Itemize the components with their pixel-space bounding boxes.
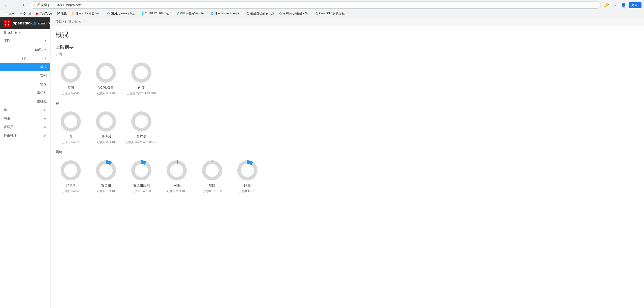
bookmark-vim[interactable]: V VIM下使用Vundle...: [175, 11, 208, 16]
network-charts-grid: 浮动IP 已分配 0 of 50 安全组 已使用 1 of 10 安全组规则 已…: [50, 157, 644, 196]
key-icon[interactable]: 🔑: [603, 2, 610, 9]
donut-chart-security_rules: [130, 159, 153, 182]
header-user[interactable]: 👤 admin ▼: [33, 21, 50, 25]
admin-selector[interactable]: ☷ admin ▼: [0, 29, 50, 36]
sidebar-item-keypairs[interactable]: 密钥对: [0, 88, 50, 97]
breadcrumb: 项目 / 计算 / 概况: [50, 17, 644, 26]
bookmark-maps[interactable]: 🗺 地图: [55, 11, 69, 16]
bookmark-pip[interactable]: ⬡ 搭建自己的 pip 源: [244, 11, 276, 16]
chart-sublabel-memory: 已使用 0字节 of 93.8GB: [127, 91, 156, 95]
chart-label-instances: 实例: [67, 85, 74, 90]
chart-sublabel-vol_storage: 已使用 0字节 of 1000GB: [126, 140, 157, 144]
svg-point-19: [99, 164, 113, 177]
chart-item-vol_snapshots: 卷快照 已使用 0 of 10: [91, 110, 121, 144]
user-icon[interactable]: 👤: [620, 2, 627, 9]
sidebar-network-header[interactable]: 网络 ►: [0, 114, 50, 123]
volumes-section-title: 卷: [50, 98, 644, 108]
chart-label-vcpu: VCPU数量: [98, 85, 114, 90]
bookmark-docker[interactable]: D 使用docker+devpi...: [209, 11, 243, 16]
svg-point-23: [170, 164, 183, 177]
bookmark-apps[interactable]: ⊞ 应用: [3, 11, 17, 16]
compute-charts-grid: 实例 已使用 0 of 40 VCPU数量 已使用 0 of 40 内存 已使用…: [50, 59, 644, 98]
chart-label-routers: 路由: [244, 183, 251, 188]
donut-chart-memory: [130, 61, 153, 84]
chart-sublabel-security_groups: 已使用 1 of 10: [97, 189, 115, 193]
sidebar-section-identity: 身份管理 ►: [0, 131, 50, 140]
svg-point-25: [205, 164, 219, 177]
donut-chart-vcpu: [95, 61, 117, 84]
donut-chart-volumes: [59, 110, 82, 133]
openstack-logo: [4, 20, 11, 27]
donut-chart-vol_storage: [130, 110, 153, 133]
donut-chart-ports: [201, 159, 223, 182]
chart-sublabel-vcpu: 已使用 0 of 40: [97, 91, 115, 95]
address-text: 不安全 | 192.168.1.19/project/: [37, 3, 81, 7]
donut-chart-networks: [165, 159, 188, 182]
svg-point-27: [241, 164, 254, 177]
forward-button[interactable]: →: [12, 2, 19, 9]
svg-point-5: [64, 66, 77, 79]
svg-rect-3: [8, 24, 9, 25]
chart-sublabel-security_rules: 已使用 8 of 100: [132, 189, 151, 193]
bookmark-pip2[interactable]: ⬡ 私有pip源搭建 - 简...: [277, 11, 313, 16]
svg-point-11: [64, 115, 77, 128]
donut-chart-security_groups: [95, 159, 117, 182]
chart-sublabel-instances: 已使用 0 of 40: [62, 91, 80, 95]
bookmarks-bar: ⊞ 应用 M Gmail ▶ YouTube 🗺 地图 K 使用Kolla部署T…: [0, 10, 644, 17]
chart-label-memory: 内存: [138, 85, 145, 90]
main-content: 项目 / 计算 / 概况 概况 上限摘要 计算 实例 已使用 0 of 40 V…: [50, 17, 644, 308]
chart-item-vcpu: VCPU数量 已使用 0 of 40: [91, 61, 121, 95]
chart-item-instances: 实例 已使用 0 of 40: [56, 61, 86, 95]
chart-item-floating_ip: 浮动IP 已分配 0 of 50: [56, 159, 86, 193]
svg-rect-0: [5, 21, 6, 22]
sidebar-item-overview[interactable]: 概况: [0, 63, 50, 71]
sidebar-admin-header[interactable]: 管理员 ►: [0, 123, 50, 131]
chart-item-vol_storage: 卷存储 已使用 0字节 of 1000GB: [126, 110, 157, 144]
browser-actions: 🔑 ☆ 👤 更新 ·: [603, 2, 641, 9]
bookmark-youtube[interactable]: ▶ YouTube: [34, 11, 54, 16]
compute-section-title: 计算: [50, 51, 644, 59]
bookmark-kolla[interactable]: K 使用Kolla部署Trai...: [70, 11, 104, 16]
bookmark-github[interactable]: ⬡ GitHub-yxyx / Mx...: [105, 11, 138, 16]
svg-point-13: [99, 115, 113, 128]
chart-sublabel-volumes: 已使用 0 of 10: [62, 140, 80, 144]
back-button[interactable]: ←: [3, 2, 10, 9]
chart-sublabel-vol_snapshots: 已使用 0 of 10: [97, 140, 115, 144]
sidebar: openstack 👤 admin ▼ ☷ admin ▼ 项目 ▼ 访问API: [0, 17, 50, 308]
svg-point-9: [135, 66, 148, 79]
openstack-logo-text: openstack: [13, 21, 33, 25]
chart-sublabel-ports: 已使用 3 of 500: [202, 189, 222, 193]
sidebar-identity-header[interactable]: 身份管理 ►: [0, 131, 50, 140]
chart-label-vol_storage: 卷存储: [137, 134, 146, 139]
chart-sublabel-routers: 已使用 1 of 10: [239, 189, 256, 193]
sidebar-volumes-header[interactable]: 卷 ►: [0, 106, 50, 114]
donut-chart-routers: [236, 159, 259, 182]
donut-chart-vol_snapshots: [95, 110, 117, 133]
svg-point-7: [99, 66, 113, 79]
bookmark-gmail[interactable]: M Gmail: [18, 11, 33, 16]
browser-toolbar: ← → ↻ ⚠ 不安全 | 192.168.1.19/project/ 🔑 ☆ …: [0, 0, 644, 10]
sidebar-compute-header[interactable]: 计算 ▼: [0, 54, 50, 63]
browser-chrome: ← → ↻ ⚠ 不安全 | 192.168.1.19/project/ 🔑 ☆ …: [0, 0, 644, 17]
bookmark-centos[interactable]: ⬡ CentOS7 安装远程...: [313, 11, 349, 16]
sidebar-item-instances[interactable]: 实例: [0, 71, 50, 80]
bookmark-qq[interactable]: Q 201912231620 公...: [139, 11, 174, 16]
chart-label-security_groups: 安全组: [101, 183, 111, 188]
chart-label-networks: 网络: [173, 183, 180, 188]
update-button[interactable]: 更新 ·: [629, 2, 641, 8]
donut-chart-floating_ip: [59, 159, 82, 182]
sidebar-item-access-api[interactable]: 访问API: [0, 46, 50, 54]
sidebar-item-images[interactable]: 镜像: [0, 80, 50, 88]
address-bar[interactable]: ⚠ 不安全 | 192.168.1.19/project/: [30, 2, 601, 9]
chart-sublabel-floating_ip: 已分配 0 of 50: [62, 189, 80, 193]
svg-rect-1: [8, 21, 9, 22]
sidebar-item-servergroups[interactable]: 主机组: [0, 97, 50, 106]
star-icon[interactable]: ☆: [611, 2, 619, 9]
chart-label-vol_snapshots: 卷快照: [101, 134, 111, 139]
refresh-button[interactable]: ↻: [21, 2, 28, 9]
sidebar-project-header[interactable]: 项目 ▼: [0, 36, 50, 46]
donut-chart-instances: [59, 61, 82, 84]
volume-charts-grid: 卷 已使用 0 of 10 卷快照 已使用 0 of 10 卷存储 已使用 0字…: [50, 108, 644, 147]
chart-sublabel-networks: 已使用 2 of 100: [167, 189, 186, 193]
chart-item-security_rules: 安全组规则 已使用 8 of 100: [126, 159, 157, 193]
